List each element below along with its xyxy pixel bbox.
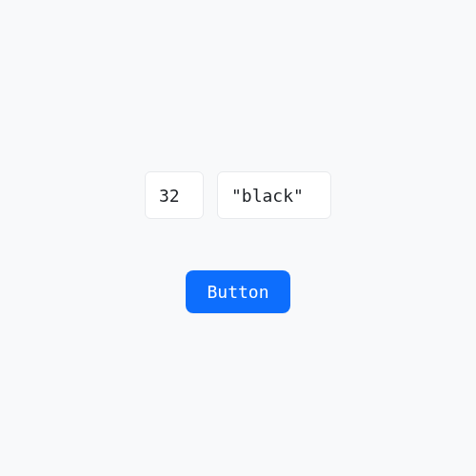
color-input[interactable] (217, 171, 331, 219)
inputs-row (145, 171, 331, 219)
primary-button[interactable]: Button (186, 270, 289, 313)
number-input[interactable] (145, 171, 204, 219)
